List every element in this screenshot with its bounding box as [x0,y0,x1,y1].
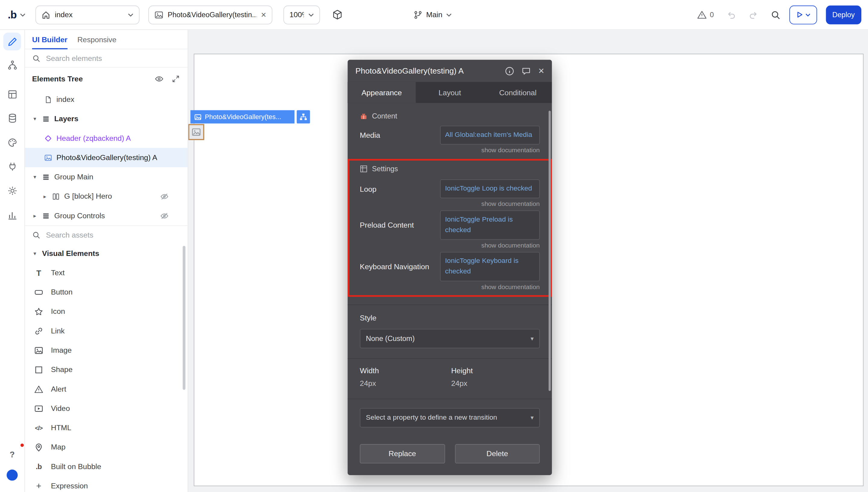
show-documentation-link[interactable]: show documentation [360,283,540,290]
eye-icon[interactable] [154,74,164,83]
tree-item-block-hero[interactable]: ▸ G [block] Hero [24,187,188,206]
issues-count: 0 [710,10,714,19]
palette-item-icon[interactable]: Icon [24,302,188,321]
tab-ui-builder[interactable]: UI Builder [32,30,68,49]
show-documentation-link[interactable]: show documentation [360,200,540,207]
chevron-down-icon [128,13,133,16]
tree-item-header-element[interactable]: Header (zqbackend) A [24,128,188,148]
keyboard-field-row: Keyboard Navigation IonicToggle Keyboard… [360,252,540,281]
search-icon[interactable] [770,10,780,20]
keyboard-value-box[interactable]: IonicToggle Keyboard is checked [440,252,540,281]
divider [348,398,552,399]
search-assets-input[interactable] [45,230,180,239]
tree-item-index[interactable]: index [24,90,188,109]
media-value-box[interactable]: All Global:each item's Media [440,126,540,144]
palette-item-link[interactable]: Link [24,321,188,340]
zoom-selector[interactable]: 100% [283,5,320,24]
plugins-tab-icon[interactable] [3,157,21,175]
info-icon[interactable] [505,66,514,75]
element-tab[interactable]: Photo&VideoGallery(testin... × [148,5,272,24]
html-icon: </> [33,424,44,431]
design-tab-icon[interactable] [3,32,21,50]
workflow-tab-icon[interactable] [3,56,21,74]
hierarchy-icon [300,113,307,121]
settings-tab-icon[interactable] [3,181,21,199]
tree-item-layers[interactable]: ▾ Layers [24,109,188,128]
gallery-icon [44,154,52,162]
tab-appearance[interactable]: Appearance [348,82,416,103]
media-label: Media [360,131,440,139]
avatar[interactable] [7,470,18,481]
inspector-scrollbar[interactable] [548,110,551,391]
palette-item-image[interactable]: Image [24,341,188,360]
visual-elements-header[interactable]: ▾ Visual Elements [24,244,188,263]
panel-scrollbar[interactable] [183,246,185,390]
git-branch-icon [413,10,422,19]
tab-layout[interactable]: Layout [416,82,484,103]
palette-item-button[interactable]: Button [24,282,188,302]
elements-panel: UI Builder Responsive Elements Tree inde… [24,30,188,492]
zoom-level: 100% [289,10,304,19]
tab-conditional[interactable]: Conditional [484,82,552,103]
dimensions-row: Width 24px Height 24px [360,366,540,387]
show-documentation-link[interactable]: show documentation [360,147,540,153]
search-elements-input[interactable] [45,53,180,63]
comment-icon[interactable] [522,66,531,75]
deploy-button[interactable]: Deploy [826,5,861,24]
content-section-header: Content [360,112,540,120]
close-icon[interactable]: × [538,66,544,76]
loop-value-box[interactable]: IonicToggle Loop is checked [440,179,540,198]
chevron-down-icon [308,13,314,16]
caret-right-icon[interactable]: ▸ [42,194,48,199]
page-selector[interactable]: index [35,5,139,24]
logs-tab-icon[interactable] [3,206,21,224]
tree-item-group-main[interactable]: ▾ Group Main [24,167,188,187]
close-tab-icon[interactable]: × [261,10,266,19]
loop-label: Loop [360,185,440,193]
layout-tab-icon[interactable] [3,85,21,103]
tree-item-group-controls[interactable]: ▸ Group Controls [24,206,188,225]
palette-item-map[interactable]: Map [24,438,188,457]
notification-dot [21,443,24,447]
selected-element-chip[interactable]: Photo&VideoGallery(tes... [190,110,295,124]
transition-dropdown[interactable]: Select a property to define a new transi… [360,408,540,427]
issues-indicator[interactable]: 0 [697,10,714,20]
palette-item-alert[interactable]: Alert [24,379,188,398]
help-icon[interactable]: ? [3,445,21,463]
styles-tab-icon[interactable] [3,133,21,151]
palette-item-text[interactable]: T Text [24,263,188,282]
palette-item-html[interactable]: </> HTML [24,418,188,438]
tab-responsive[interactable]: Responsive [77,30,117,49]
tree-item-photo-video-gallery[interactable]: Photo&VideoGallery(testing) A [24,148,188,167]
data-tab-icon[interactable] [3,109,21,127]
branch-selector[interactable]: Main [413,10,452,19]
caret-down-icon[interactable]: ▾ [32,174,38,180]
hidden-eye-icon[interactable] [160,192,169,200]
caret-down-icon[interactable]: ▾ [32,116,38,122]
element-hierarchy-button[interactable] [297,110,310,124]
palette-item-built-on-bubble[interactable]: .b Built on Bubble [24,457,188,476]
undo-icon[interactable] [726,10,736,20]
gallery-element-placeholder[interactable] [188,124,204,140]
plus-icon: + [33,481,44,491]
preload-value-box[interactable]: IonicToggle Preload is checked [440,211,540,240]
bubble-logo-menu[interactable]: .b [8,8,26,21]
show-documentation-link[interactable]: show documentation [360,242,540,248]
palette-item-video[interactable]: Video [24,398,188,418]
inspector-titlebar[interactable]: Photo&VideoGallery(testing) A × [348,60,552,82]
palette-item-shape[interactable]: Shape [24,360,188,379]
elements-tree-title: Elements Tree [32,74,147,83]
hidden-eye-icon[interactable] [160,211,169,220]
style-dropdown[interactable]: None (Custom) ▾ [360,328,540,348]
property-inspector[interactable]: Photo&VideoGallery(testing) A × Appearan… [348,60,552,475]
component-library-icon[interactable] [332,9,343,20]
replace-button[interactable]: Replace [360,444,445,463]
palette-item-expression[interactable]: + Expression [24,476,188,492]
caret-right-icon[interactable]: ▸ [32,213,38,218]
inspector-body: Content Media All Global:each item's Med… [348,112,552,472]
expand-tree-icon[interactable] [172,74,180,83]
redo-icon[interactable] [748,10,758,20]
delete-button[interactable]: Delete [455,444,540,463]
preview-button[interactable] [789,5,817,24]
keyboard-label: Keyboard Navigation [360,262,440,271]
